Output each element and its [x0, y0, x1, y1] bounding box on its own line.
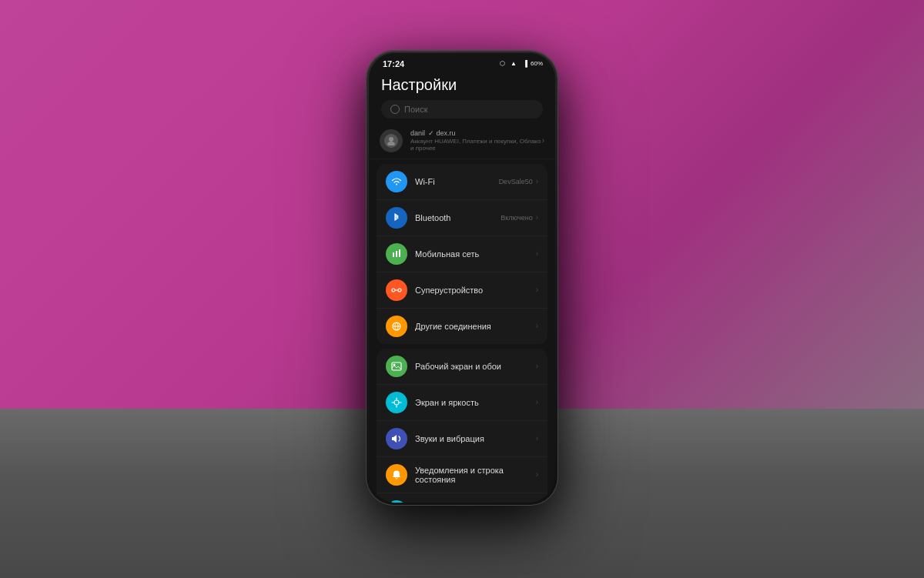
- display-label: Экран и яркость: [415, 398, 536, 407]
- wifi-icon: [386, 171, 407, 192]
- display-icon: [386, 392, 407, 413]
- notifications-chevron: ›: [536, 470, 538, 479]
- phone-wrapper: 17:24 ⬡ ▲ ▐ 60% Настройки Поиск: [367, 51, 557, 505]
- search-placeholder: Поиск: [404, 105, 427, 114]
- wifi-chevron: ›: [536, 177, 538, 185]
- search-icon: [390, 105, 400, 114]
- app-title: Настройки: [381, 76, 543, 94]
- notifications-icon: [386, 464, 407, 486]
- mobile-chevron: ›: [536, 249, 538, 258]
- wifi-value: DevSale50: [499, 178, 533, 185]
- mobile-icon: [386, 243, 407, 265]
- super-icon: [386, 279, 407, 301]
- account-item[interactable]: danil ✓ dex.ru Аккаунт HUAWEI, Платежи и…: [369, 123, 555, 159]
- account-name: danil ✓ dex.ru: [410, 129, 542, 137]
- bluetooth-label: Bluetooth: [415, 213, 500, 222]
- biometric-label: Биометрические данные и пароли: [415, 502, 536, 503]
- account-info: danil ✓ dex.ru Аккаунт HUAWEI, Платежи и…: [410, 129, 542, 152]
- status-bar: 17:24 ⬡ ▲ ▐ 60%: [369, 53, 555, 72]
- other-connections-icon: [386, 316, 407, 337]
- super-chevron: ›: [536, 286, 538, 294]
- display-chevron: ›: [536, 398, 538, 406]
- app-header: Настройки Поиск: [369, 72, 555, 123]
- bluetooth-value: Включено: [500, 214, 533, 222]
- settings-item-mobile[interactable]: Мобильная сеть ›: [377, 236, 547, 272]
- phone-screen: 17:24 ⬡ ▲ ▐ 60% Настройки Поиск: [369, 53, 555, 503]
- svg-point-5: [392, 289, 395, 292]
- battery-status-icon: 60%: [532, 59, 541, 68]
- settings-item-other[interactable]: Другие соединения ›: [377, 309, 547, 344]
- phone-outer: 17:24 ⬡ ▲ ▐ 60% Настройки Поиск: [367, 51, 557, 505]
- sound-chevron: ›: [536, 434, 538, 443]
- settings-item-wallpaper[interactable]: Рабочий экран и обои ›: [377, 349, 547, 385]
- svg-rect-4: [399, 249, 400, 257]
- scroll-content: danil ✓ dex.ru Аккаунт HUAWEI, Платежи и…: [369, 123, 555, 503]
- wifi-status-icon: ▲: [509, 59, 518, 68]
- settings-item-biometric[interactable]: Биометрические данные и пароли ›: [377, 493, 547, 503]
- bluetooth-status-icon: ⬡: [497, 59, 507, 68]
- settings-item-bluetooth[interactable]: Bluetooth Включено ›: [377, 200, 547, 236]
- other-label: Другие соединения: [415, 322, 536, 331]
- settings-item-sound[interactable]: Звуки и вибрация ›: [377, 421, 547, 457]
- wallpaper-icon: [386, 356, 407, 377]
- status-icons: ⬡ ▲ ▐ 60%: [497, 59, 541, 68]
- settings-group-display: Рабочий экран и обои ›: [377, 349, 547, 503]
- super-label: Суперустройство: [415, 286, 536, 295]
- mobile-label: Мобильная сеть: [415, 249, 536, 259]
- svg-rect-2: [393, 252, 394, 257]
- svg-point-12: [394, 400, 399, 405]
- settings-group-connectivity: Wi-Fi DevSale50 › Bluetooth: [377, 164, 547, 344]
- account-sub: Аккаунт HUAWEI, Платежи и покупки, Облак…: [410, 138, 542, 152]
- settings-item-display[interactable]: Экран и яркость ›: [377, 385, 547, 421]
- wallpaper-label: Рабочий экран и обои: [415, 362, 536, 371]
- settings-item-wifi[interactable]: Wi-Fi DevSale50 ›: [377, 164, 547, 200]
- wallpaper-chevron: ›: [536, 362, 538, 370]
- svg-point-0: [389, 137, 393, 142]
- svg-point-6: [398, 289, 401, 292]
- bluetooth-chevron: ›: [536, 213, 538, 222]
- signal-status-icon: ▐: [521, 59, 530, 68]
- account-chevron: ›: [542, 136, 544, 145]
- settings-item-super[interactable]: Суперустройство ›: [377, 272, 547, 309]
- other-chevron: ›: [536, 322, 538, 330]
- phone-inner: 17:24 ⬡ ▲ ▐ 60% Настройки Поиск: [369, 53, 555, 503]
- search-bar[interactable]: Поиск: [381, 100, 543, 119]
- bluetooth-icon: [386, 207, 407, 229]
- biometric-icon: [386, 500, 407, 503]
- notifications-label: Уведомления и строка состояния: [415, 466, 536, 484]
- avatar-icon: [384, 134, 398, 148]
- avatar: [380, 129, 403, 152]
- sound-icon: [386, 428, 407, 449]
- status-time: 17:24: [383, 59, 404, 68]
- svg-point-1: [387, 142, 395, 145]
- wifi-label: Wi-Fi: [415, 177, 499, 186]
- svg-rect-3: [396, 251, 397, 257]
- settings-item-notifications[interactable]: Уведомления и строка состояния ›: [377, 457, 547, 493]
- sound-label: Звуки и вибрация: [415, 434, 536, 443]
